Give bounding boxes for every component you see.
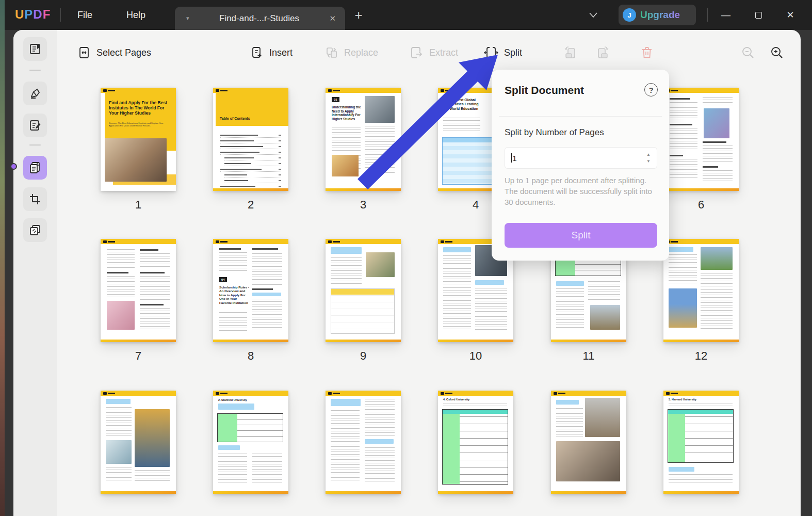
page-thumbnail-8[interactable]: 04 Scholarship Rules - An Overview and H… bbox=[213, 239, 288, 363]
replace-icon bbox=[325, 46, 338, 59]
page16-title: 4. Oxford University bbox=[443, 398, 469, 401]
crop-icon bbox=[28, 192, 42, 206]
rotate-left-icon bbox=[563, 45, 579, 60]
extract-button[interactable]: Extract bbox=[410, 39, 458, 67]
zoom-in-button[interactable] bbox=[770, 39, 784, 67]
extract-icon bbox=[410, 46, 424, 59]
title-bar: UPDF File Help ▾ Find-and-...r-Studies ✕… bbox=[5, 0, 812, 30]
page-thumbnail-12[interactable]: 12 bbox=[663, 239, 739, 363]
page-thumbnail-3[interactable]: 01 Understanding the Need to Apply Inter… bbox=[326, 88, 401, 212]
logo-letter: F bbox=[43, 7, 51, 21]
chapter-chip: 01 bbox=[332, 97, 339, 102]
page-number: 2 bbox=[213, 198, 288, 212]
delete-pages-button[interactable] bbox=[640, 39, 654, 67]
trash-icon bbox=[640, 45, 654, 60]
page-number: 12 bbox=[663, 349, 739, 363]
help-icon[interactable]: ? bbox=[644, 83, 658, 96]
controls-divider bbox=[707, 8, 708, 22]
page-thumbnail-13[interactable] bbox=[101, 391, 176, 494]
desktop-wallpaper-sliver bbox=[0, 0, 5, 516]
page-thumbnail-17[interactable] bbox=[551, 391, 626, 494]
page-thumbnail-1[interactable]: Find and Apply For the Best Institutes I… bbox=[101, 88, 176, 212]
select-pages-icon bbox=[77, 46, 91, 59]
maximize-icon bbox=[755, 12, 762, 19]
pages-copy-icon bbox=[28, 223, 42, 237]
insert-label: Insert bbox=[269, 47, 293, 58]
chevron-down-icon[interactable] bbox=[587, 9, 605, 21]
minimize-button[interactable]: — bbox=[714, 0, 738, 30]
sidebar-item-organize-pages[interactable] bbox=[23, 156, 47, 180]
rotate-left-button[interactable] bbox=[563, 39, 579, 67]
page18-title: 5. Harvard University bbox=[669, 398, 696, 401]
logo-letter: D bbox=[33, 7, 42, 21]
chapter-chip: 04 bbox=[219, 277, 227, 282]
input-value: 1 bbox=[512, 154, 646, 163]
avatar[interactable]: J bbox=[623, 8, 636, 22]
menu-help[interactable]: Help bbox=[117, 0, 155, 30]
updf-logo: UPDF bbox=[15, 7, 51, 22]
dialog-title: Split Document bbox=[505, 84, 584, 96]
tab-title: Find-and-...r-Studies bbox=[189, 13, 330, 24]
split-confirm-button[interactable]: Split bbox=[505, 223, 657, 248]
page-thumbnail-15[interactable] bbox=[326, 391, 401, 494]
select-pages-button[interactable]: Select Pages bbox=[77, 39, 151, 67]
sidebar-item-watermark[interactable] bbox=[23, 218, 47, 242]
rotate-right-icon bbox=[594, 45, 610, 60]
page-thumbnail-14[interactable]: 2. Stanford University bbox=[213, 391, 288, 494]
upgrade-label: Upgrade bbox=[640, 9, 680, 21]
upgrade-button[interactable]: J Upgrade bbox=[619, 5, 696, 25]
split-document-dialog: Split Document ? Split by Number of Page… bbox=[492, 70, 669, 261]
page-number: 1 bbox=[101, 198, 176, 212]
page-number: 7 bbox=[101, 349, 176, 363]
tab-close-icon[interactable]: ✕ bbox=[329, 14, 336, 23]
zoom-out-icon bbox=[741, 45, 755, 60]
page-thumbnail-9[interactable]: 9 bbox=[326, 239, 401, 363]
extract-label: Extract bbox=[429, 47, 458, 58]
menu-file[interactable]: File bbox=[68, 0, 102, 30]
pages-per-document-input[interactable]: 1 ▲ ▼ bbox=[505, 147, 657, 169]
page14-title: 2. Stanford University bbox=[218, 398, 247, 401]
sidebar-divider bbox=[29, 70, 41, 71]
replace-button[interactable]: Replace bbox=[325, 39, 378, 67]
page-thumbnail-16[interactable]: 4. Oxford University bbox=[438, 391, 513, 494]
page3-title: Understanding the Need to Apply Internat… bbox=[332, 105, 362, 121]
page-thumbnail-7[interactable]: 7 bbox=[101, 239, 176, 363]
page-thumbnail-2[interactable]: Table of Contents 2 bbox=[213, 88, 288, 212]
split-by-pages-label: Split by Number of Pages bbox=[505, 127, 604, 138]
split-hint-text: Up to 1 page per document after splittin… bbox=[505, 175, 660, 207]
split-label: Split bbox=[504, 47, 522, 58]
logo-letter: U bbox=[15, 7, 24, 21]
insert-button[interactable]: Insert bbox=[250, 39, 293, 67]
page-number: 8 bbox=[213, 349, 288, 363]
page-number: 10 bbox=[438, 349, 513, 363]
dialog-divider bbox=[499, 116, 662, 117]
maximize-button[interactable] bbox=[746, 0, 770, 30]
page4-title: The 10 Best Global Universities Leading … bbox=[443, 98, 480, 111]
sidebar-item-edit[interactable] bbox=[23, 114, 47, 137]
content-panel: Select Pages Insert Replace Extract Spli… bbox=[13, 30, 801, 516]
spinner-up-icon[interactable]: ▲ bbox=[646, 153, 651, 157]
panel-drag-handle[interactable] bbox=[10, 163, 17, 170]
sidebar-item-comment[interactable] bbox=[23, 82, 47, 105]
page-thumbnail-6[interactable]: 6 bbox=[663, 88, 739, 212]
page1-subtitle: Discover The Best Educational Institute … bbox=[109, 122, 166, 127]
new-tab-button[interactable]: + bbox=[349, 5, 368, 25]
app-window: UPDF File Help ▾ Find-and-...r-Studies ✕… bbox=[0, 0, 812, 516]
document-tab[interactable]: ▾ Find-and-...r-Studies ✕ bbox=[175, 7, 345, 30]
spinner-down-icon[interactable]: ▼ bbox=[646, 159, 651, 164]
zoom-out-button[interactable] bbox=[741, 39, 755, 67]
sidebar-item-reader[interactable] bbox=[23, 37, 47, 61]
sidebar-divider bbox=[29, 144, 41, 146]
page-thumbnail-18[interactable]: 5. Harvard University bbox=[663, 391, 739, 494]
rotate-right-button[interactable] bbox=[594, 39, 610, 67]
insert-icon bbox=[250, 46, 264, 59]
page1-title: Find and Apply For the Best Institutes I… bbox=[109, 100, 169, 116]
close-button[interactable]: ✕ bbox=[778, 0, 802, 30]
page-number: 6 bbox=[663, 198, 739, 212]
menu-divider bbox=[60, 8, 61, 22]
toc-title: Table of Contents bbox=[220, 117, 250, 121]
organize-pages-icon bbox=[28, 161, 42, 174]
sidebar-item-crop[interactable] bbox=[23, 187, 47, 211]
edit-page-icon bbox=[28, 119, 42, 132]
split-button-toolbar[interactable]: Split bbox=[484, 39, 522, 67]
